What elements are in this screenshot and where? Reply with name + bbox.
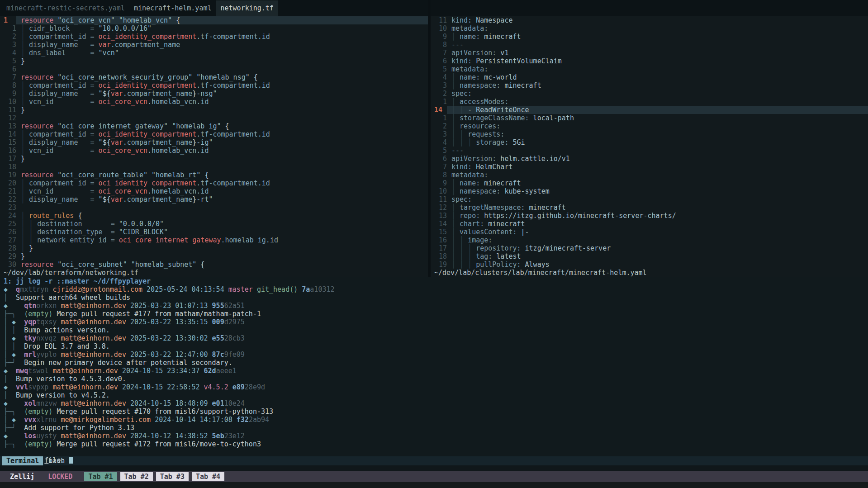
editor-pane-minecraft-helm-yaml[interactable]: 11kind: Namespace10metadata:9│ name: min… (431, 0, 868, 277)
text-segment: 2025-03-22 13:30:02 (130, 334, 208, 342)
text-segment (53, 122, 57, 130)
line-number: 21 (0, 187, 16, 195)
text-segment: metadata: (451, 65, 488, 73)
text-segment (8, 391, 16, 399)
text-segment: (empty) (24, 407, 52, 416)
text-segment: name: (460, 179, 480, 187)
code-line-content: │ │ network_entity_id = oci_core_interne… (16, 236, 428, 244)
input-line[interactable]: log file: (0, 448, 868, 456)
text-segment: orkxn (36, 302, 57, 310)
text-segment: 955 (212, 302, 224, 310)
line-number: 22 (0, 195, 16, 204)
line-number: 4 (431, 138, 447, 147)
text-segment (16, 342, 24, 351)
text-segment (298, 285, 302, 294)
code-line: 9│ name: minecraft (431, 33, 868, 41)
code-line: 1│ storageClassName: local-path (431, 114, 868, 122)
text-segment: │ (21, 138, 29, 147)
code-line-content: apiVersion: helm.cattle.io/v1 (447, 155, 868, 163)
text-segment: │ (21, 147, 29, 155)
text-segment: var (111, 90, 123, 98)
text-segment: oci_identity_compartment (99, 81, 197, 90)
text-segment: e01 (212, 399, 224, 407)
code-line-content: │ │ destination_type = "CIDR_BLOCK" (16, 228, 428, 236)
text-segment: │ (451, 81, 460, 90)
terminal-pane[interactable]: 1: jj log -r ::master ~/d/ffpyplayer ◆ q… (0, 277, 868, 465)
zellij-tab-2[interactable]: Tab #2 (120, 472, 153, 481)
text-segment (53, 98, 90, 106)
buffer-tab-minecraft-helm-yaml[interactable]: minecraft-helm.yaml (129, 0, 216, 16)
code-line-content: kind: PersistentVolumeClaim (447, 57, 868, 65)
code-line: 27│ │ network_entity_id = oci_core_inter… (0, 236, 428, 244)
text-segment: e89 (232, 383, 245, 391)
code-line-content: │ │ │ repository: itzg/minecraft-server (447, 244, 868, 252)
text-segment: cidr_block (29, 24, 70, 33)
text-segment: matt@einhorn.dev (61, 351, 126, 359)
code-line-content: │ compartment_id = oci_identity_compartm… (16, 81, 428, 90)
buffer-tab-networking-tf[interactable]: networking.tf (216, 0, 278, 16)
code-line-content: spec: (447, 195, 868, 204)
terminal-tab-active[interactable]: Terminal (2, 456, 43, 465)
text-segment (224, 285, 228, 294)
line-number: 10 (431, 24, 447, 33)
text-segment (16, 326, 24, 334)
text-segment: tag: (476, 252, 492, 261)
text-segment: 7a (302, 285, 310, 294)
text-segment: │ │ │ (451, 252, 476, 261)
editor-pane-networking-tf[interactable]: minecraft-restic-secrets.yamlminecraft-h… (0, 0, 428, 277)
line-number: 17 (431, 244, 447, 252)
zellij-tab-4[interactable]: Tab #4 (192, 472, 224, 481)
line-number: 14 (0, 130, 16, 138)
text-segment (53, 171, 57, 179)
terminal-tab-bash[interactable]: bash (48, 457, 65, 465)
text-segment: compartment_id (29, 81, 86, 90)
code-area-yaml[interactable]: 11kind: Namespace10metadata:9│ name: min… (431, 16, 868, 269)
text-segment: f (44, 456, 48, 464)
text-segment: (empty) (24, 440, 52, 448)
text-segment: 2024-10-15 18:48:09 (130, 399, 208, 407)
text-segment: .tf-compartment.id (196, 130, 270, 138)
text-segment: resource (21, 261, 53, 269)
text-segment: │ (4, 351, 12, 359)
text-segment: resource (21, 122, 53, 130)
line-number: 2 (0, 33, 16, 41)
text-segment: vvl (16, 383, 28, 391)
text-segment (118, 383, 122, 391)
code-line: 24│ route_rules { (0, 212, 428, 220)
code-line: 5} (0, 57, 428, 65)
code-line-content: │ namespace: minecraft (447, 81, 868, 90)
zellij-tab-1[interactable]: Tab #1 (84, 472, 117, 481)
text-segment: Bump version to 4.5.3.dev0. (16, 375, 126, 383)
line-number: 25 (0, 220, 16, 228)
text-segment: git_head() (257, 285, 298, 294)
text-segment: │ (21, 195, 29, 204)
text-segment: "10.0.0.0/16" (99, 24, 152, 33)
text-segment: 62d (204, 367, 216, 375)
text-segment (86, 33, 90, 41)
code-line: 8metadata: (431, 171, 868, 179)
text-segment (53, 187, 90, 195)
text-segment: valuesContent: (460, 228, 517, 236)
code-line: 16│ │ image: (431, 236, 868, 244)
code-line-content (16, 204, 428, 212)
text-segment: minecraft (480, 179, 521, 187)
text-segment: } (29, 244, 33, 252)
code-line-content: │ display_name = "${var.compartment_name… (16, 138, 428, 147)
buffer-tab-minecraft-restic-secrets-yaml[interactable]: minecraft-restic-secrets.yaml (2, 0, 129, 16)
zellij-tab-3[interactable]: Tab #3 (156, 472, 189, 481)
text-segment: resource (21, 171, 53, 179)
text-segment (82, 220, 110, 228)
text-segment: │ (21, 244, 29, 252)
text-segment: ├─╯ (4, 359, 16, 367)
text-segment: .compartment_name (123, 90, 193, 98)
code-area-terraform[interactable]: 1resource "oci_core_vcn" "homelab_vcn" {… (0, 16, 428, 269)
text-segment: oci_core_internet_gateway (119, 236, 221, 244)
text-segment: minecraft (484, 220, 525, 228)
text-segment: f32 (237, 416, 249, 424)
text-segment: network_entity_id (37, 236, 107, 244)
log-row: │ Support aarch64 wheel builds (0, 294, 868, 302)
code-line: 11kind: Namespace (431, 16, 868, 24)
code-line-content: │ vcn_id = oci_core_vcn.homelab_vcn.id (16, 187, 428, 195)
code-line-content: } (16, 155, 428, 163)
line-number: 30 (0, 261, 16, 269)
